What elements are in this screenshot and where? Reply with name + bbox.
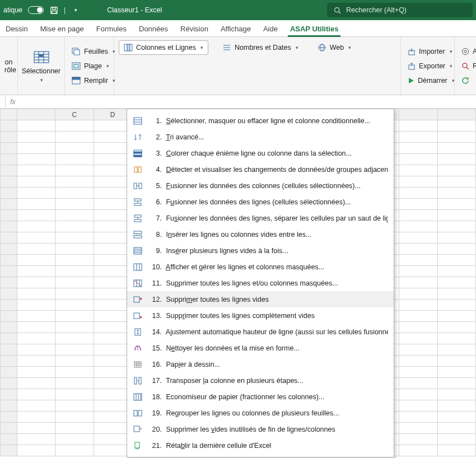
menu-item-5[interactable]: 5. Fusionner les données des colonnes (c… bbox=[127, 177, 394, 194]
row-header[interactable] bbox=[1, 165, 17, 176]
menu-item-10[interactable]: 10. Afficher et gérer les lignes et colo… bbox=[127, 259, 394, 275]
row-header[interactable] bbox=[1, 154, 17, 165]
row-header[interactable] bbox=[1, 333, 17, 344]
menu-item-18[interactable]: 18. Economiseur de papier (fractionner l… bbox=[127, 389, 394, 405]
cell[interactable] bbox=[55, 344, 94, 356]
cell[interactable] bbox=[55, 300, 94, 311]
row-header[interactable] bbox=[1, 188, 17, 199]
cell[interactable] bbox=[55, 232, 94, 244]
column-header[interactable] bbox=[437, 109, 475, 120]
cell[interactable] bbox=[437, 154, 475, 165]
menu-item-19[interactable]: 19. Regrouper les lignes ou colonnes de … bbox=[127, 405, 394, 421]
cell[interactable] bbox=[55, 322, 94, 333]
row-header[interactable] bbox=[1, 344, 17, 356]
cell[interactable] bbox=[17, 199, 55, 210]
menu-item-12[interactable]: 12. Supprimer toutes les lignes vides bbox=[127, 291, 394, 307]
cell[interactable] bbox=[17, 344, 55, 356]
nombres-dates-button[interactable]: Nombres et Dates▾ bbox=[217, 40, 304, 55]
cell[interactable] bbox=[437, 132, 475, 143]
cell[interactable] bbox=[399, 344, 437, 356]
cell[interactable] bbox=[437, 445, 475, 456]
row-header[interactable] bbox=[1, 288, 17, 300]
cell[interactable] bbox=[399, 154, 437, 165]
tab-affichage[interactable]: Affichage bbox=[218, 21, 253, 36]
cell[interactable] bbox=[55, 423, 94, 434]
cell[interactable] bbox=[17, 356, 55, 367]
cell[interactable] bbox=[17, 188, 55, 199]
row-header[interactable] bbox=[1, 132, 17, 143]
cell[interactable] bbox=[437, 333, 475, 344]
cell[interactable] bbox=[437, 423, 475, 434]
cell[interactable] bbox=[55, 132, 94, 143]
column-header[interactable]: C bbox=[55, 109, 94, 120]
cell[interactable] bbox=[17, 445, 55, 456]
row-header[interactable] bbox=[1, 199, 17, 210]
cell[interactable] bbox=[437, 356, 475, 367]
cell[interactable] bbox=[437, 389, 475, 400]
search-box[interactable]: Rechercher (Alt+Q) bbox=[327, 3, 473, 17]
cell[interactable] bbox=[55, 210, 94, 221]
row-header[interactable] bbox=[1, 311, 17, 322]
cell[interactable] bbox=[437, 188, 475, 199]
row-header[interactable] bbox=[1, 221, 17, 232]
cell[interactable] bbox=[17, 367, 55, 378]
cell[interactable] bbox=[55, 356, 94, 367]
row-header[interactable] bbox=[1, 423, 17, 434]
remplir-button[interactable]: Remplir▾ bbox=[69, 74, 109, 87]
fx-icon[interactable]: fx bbox=[6, 98, 20, 106]
cell[interactable] bbox=[55, 378, 94, 389]
cell[interactable] bbox=[55, 445, 94, 456]
cell[interactable] bbox=[437, 378, 475, 389]
cell[interactable] bbox=[55, 221, 94, 232]
cell[interactable] bbox=[437, 199, 475, 210]
cell[interactable] bbox=[399, 423, 437, 434]
cell[interactable] bbox=[437, 322, 475, 333]
cell[interactable] bbox=[17, 288, 55, 300]
cell[interactable] bbox=[17, 165, 55, 176]
row-header[interactable] bbox=[1, 300, 17, 311]
cell[interactable] bbox=[399, 132, 437, 143]
cell[interactable] bbox=[399, 434, 437, 445]
tab-formules[interactable]: Formules bbox=[94, 21, 129, 36]
cell[interactable] bbox=[55, 154, 94, 165]
cell[interactable] bbox=[55, 367, 94, 378]
cell[interactable] bbox=[17, 266, 55, 277]
cell[interactable] bbox=[55, 244, 94, 255]
cell[interactable] bbox=[399, 412, 437, 423]
cell[interactable] bbox=[399, 356, 437, 367]
row-header[interactable] bbox=[1, 255, 17, 266]
cell[interactable] bbox=[55, 188, 94, 199]
menu-item-16[interactable]: 16. Papier à dessin... bbox=[127, 356, 394, 372]
cell[interactable] bbox=[17, 311, 55, 322]
cell[interactable] bbox=[55, 176, 94, 188]
select-button[interactable]: Sélectionner ▾ bbox=[20, 48, 63, 84]
cell[interactable] bbox=[55, 255, 94, 266]
cell[interactable] bbox=[399, 188, 437, 199]
cell[interactable] bbox=[17, 412, 55, 423]
cell[interactable] bbox=[399, 288, 437, 300]
cell[interactable] bbox=[17, 221, 55, 232]
web-button[interactable]: Web▾ bbox=[312, 40, 356, 55]
cell[interactable] bbox=[437, 120, 475, 132]
cell[interactable] bbox=[17, 210, 55, 221]
cell[interactable] bbox=[17, 378, 55, 389]
cell[interactable] bbox=[399, 277, 437, 288]
cell[interactable] bbox=[437, 255, 475, 266]
cell[interactable] bbox=[399, 232, 437, 244]
row-header[interactable] bbox=[1, 232, 17, 244]
refresh-button[interactable] bbox=[459, 74, 472, 87]
cell[interactable] bbox=[17, 400, 55, 412]
cell[interactable] bbox=[55, 400, 94, 412]
menu-item-6[interactable]: 6. Fusionner les données des lignes (cel… bbox=[127, 194, 394, 210]
row-header[interactable] bbox=[1, 277, 17, 288]
cell[interactable] bbox=[399, 367, 437, 378]
row-header[interactable] bbox=[1, 367, 17, 378]
menu-item-7[interactable]: 7. Fusionner les données des lignes, sép… bbox=[127, 210, 394, 226]
cell[interactable] bbox=[437, 277, 475, 288]
colonnes-lignes-button[interactable]: Colonnes et Lignes▾ bbox=[119, 40, 208, 55]
cell[interactable] bbox=[17, 333, 55, 344]
tab-asap-utilities[interactable]: ASAP Utilities bbox=[288, 21, 340, 36]
menu-item-13[interactable]: 13. Supprimer toutes les lignes complète… bbox=[127, 307, 394, 324]
cell[interactable] bbox=[437, 210, 475, 221]
column-header[interactable] bbox=[17, 109, 55, 120]
